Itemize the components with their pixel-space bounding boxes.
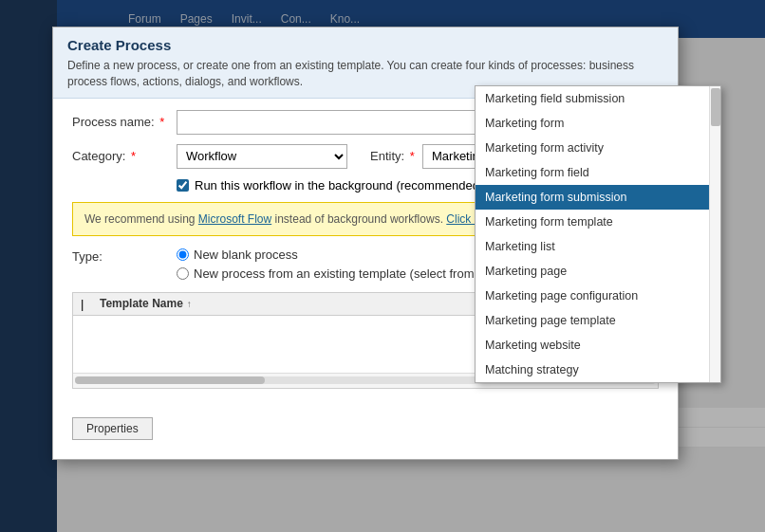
header-checkbox-col: | [81,297,100,311]
dropdown-item[interactable]: Marketing page [476,259,720,284]
dropdown-item[interactable]: Marketing field submission [476,86,720,111]
template-name-col[interactable]: Template Name ↑ [100,297,498,310]
type-radio-group: New blank process New process from an ex… [177,248,500,281]
category-select[interactable]: Workflow [177,144,347,169]
process-name-label: Process name: * [72,115,177,129]
warning-mid: instead of background workflows. [275,212,447,226]
dropdown-item[interactable]: Matching strategy [476,358,720,382]
dropdown-items-container: Marketing field submissionMarketing form… [476,86,720,382]
warning-text: We recommend using [84,212,198,226]
type-option2-radio[interactable] [177,267,189,280]
type-option1-text: New blank process [194,248,298,262]
category-required: * [131,149,136,163]
dropdown-item[interactable]: Marketing form submission [476,185,720,210]
microsoft-flow-link[interactable]: Microsoft Flow [198,212,271,226]
type-option1-label[interactable]: New blank process [177,248,500,262]
dialog-title: Create Process [67,37,663,53]
dropdown-item[interactable]: Marketing form field [476,160,720,185]
background-checkbox-label[interactable]: Run this workflow in the background (rec… [195,178,483,193]
dropdown-item[interactable]: Marketing page template [476,308,720,333]
type-option2-label[interactable]: New process from an existing template (s… [177,266,500,281]
dropdown-scrollbar-thumb [711,88,720,126]
background-checkbox[interactable] [177,179,189,192]
sort-icon: ↑ [187,299,192,309]
scrollbar-thumb [75,376,265,384]
entity-label: Entity: * [370,149,422,163]
type-label: Type: [72,248,177,264]
entity-required: * [410,149,415,163]
dropdown-item[interactable]: Marketing website [476,333,720,358]
dialog-footer: Properties [53,410,678,440]
properties-button[interactable]: Properties [72,417,153,440]
entity-dropdown: Marketing field submissionMarketing form… [475,85,721,383]
category-label: Category: * [72,149,177,163]
dropdown-item[interactable]: Marketing page configuration [476,284,720,308]
type-option2-text: New process from an existing template (s… [194,266,500,281]
dropdown-item[interactable]: Marketing list [476,234,720,259]
type-option1-radio[interactable] [177,248,189,261]
dropdown-item[interactable]: Marketing form [476,111,720,136]
dropdown-item[interactable]: Marketing form template [476,210,720,234]
dropdown-scrollbar[interactable] [709,86,720,382]
dropdown-item[interactable]: Marketing form activity [476,136,720,160]
category-group: Category: * Workflow [72,144,361,169]
required-marker: * [159,115,164,129]
